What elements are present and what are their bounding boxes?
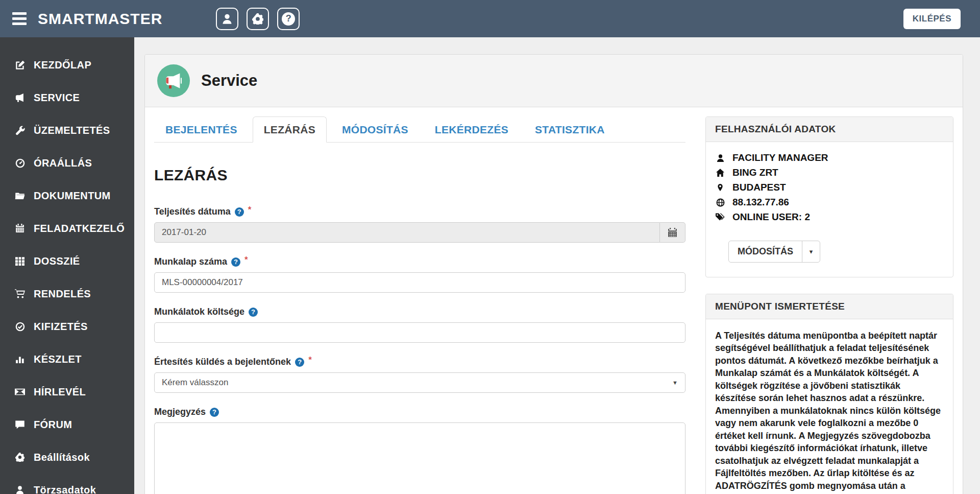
field-work-cost: Munkálatok költsége ? (154, 307, 685, 343)
logout-button[interactable]: KILÉPÉS (903, 9, 961, 29)
service-panel: Service BEJELENTÉS LEZÁRÁS MÓDOSÍTÁS LEK… (144, 54, 963, 494)
worksheet-number-input[interactable] (154, 272, 685, 293)
sidebar-item-beallitasok[interactable]: Beállítások (0, 441, 134, 474)
tab-lekerdezes[interactable]: LEKÉRDEZÉS (424, 116, 520, 143)
folder-icon (13, 191, 27, 201)
megaphone-icon (164, 72, 183, 90)
home-icon (715, 168, 725, 177)
sidebar-item-keszlet[interactable]: KÉSZLET (0, 343, 134, 375)
help-icon[interactable]: ? (235, 207, 244, 217)
field-label: Értesítés küldés a bejelentőnek (154, 357, 291, 367)
help-icon[interactable]: ? (249, 308, 258, 317)
sidebar-item-dosszie[interactable]: DOSSZIÉ (0, 245, 134, 277)
sidebar-item-kezdolap[interactable]: KEZDŐLAP (0, 49, 134, 81)
menu-description-text: A Teljesítés dátuma menüpontba a beépíte… (715, 330, 944, 494)
question-icon: ? (282, 12, 295, 26)
menu-description-panel: MENÜPONT ISMERTETÉSE A Teljesítés dátuma… (705, 294, 953, 494)
check-circle-icon (13, 322, 27, 332)
chevron-down-icon[interactable]: ▾ (802, 241, 820, 262)
navbar-icon-group: ? (216, 8, 300, 30)
calendar-button[interactable] (660, 222, 685, 243)
sidebar-item-hirlevel[interactable]: HÍRLEVÉL (0, 375, 134, 408)
grid-icon (13, 256, 27, 266)
sidebar-item-oraallas[interactable]: ÓRAÁLLÁS (0, 147, 134, 179)
sidebar-nav: KEZDŐLAP SERVICE ÜZEMELTETÉS ÓRAÁLLÁS DO… (0, 37, 134, 494)
tab-modositas[interactable]: MÓDOSÍTÁS (331, 116, 420, 143)
envelope-icon (13, 387, 27, 397)
app-brand: SMARTMASTER (38, 10, 162, 28)
edit-icon (13, 60, 27, 70)
help-icon[interactable]: ? (231, 257, 240, 267)
user-icon (13, 485, 27, 494)
tab-lezaras[interactable]: LEZÁRÁS (253, 116, 327, 143)
user-data-panel: FELHASZNÁLÓI ADATOK FACILITY MANAGER (705, 116, 953, 277)
sidebar-item-kifizetes[interactable]: KIFIZETÉS (0, 310, 134, 343)
top-navbar: SMARTMASTER ? KILÉPÉS (0, 0, 980, 37)
modify-button[interactable]: MÓDOSÍTÁS (729, 241, 802, 262)
page-title: Service (201, 72, 257, 90)
field-label: Teljesítés dátuma (154, 206, 231, 217)
map-marker-icon (715, 183, 725, 192)
required-marker: * (248, 205, 252, 215)
user-icon (715, 154, 725, 162)
user-row-company: BING ZRT (715, 167, 944, 178)
field-completion-date: Teljesítés dátuma ? * (154, 206, 685, 243)
tab-bejelentes[interactable]: BEJELENTÉS (154, 116, 249, 143)
service-avatar (157, 64, 190, 97)
field-notify-reporter: Értesítés küldés a bejelentőnek ? * Kére… (154, 357, 685, 393)
tags-icon (715, 213, 725, 222)
field-worksheet-number: Munkalap száma ? * (154, 256, 685, 293)
globe-icon (715, 198, 725, 207)
main-content: Service BEJELENTÉS LEZÁRÁS MÓDOSÍTÁS LEK… (134, 37, 980, 494)
required-marker: * (308, 355, 312, 365)
field-label: Munkálatok költsége (154, 307, 244, 317)
selected-option: Kérem válasszon (162, 378, 228, 388)
sidebar-item-feladatkezelo[interactable]: FELADATKEZELŐ (0, 212, 134, 245)
service-tabs: BEJELENTÉS LEZÁRÁS MÓDOSÍTÁS LEKÉRDEZÉS … (154, 116, 685, 143)
user-icon (222, 13, 233, 25)
user-row-ip: 88.132.77.86 (715, 197, 944, 208)
calendar-icon (668, 228, 677, 238)
gear-icon (13, 453, 27, 462)
user-row-online: ONLINE USER: 2 (715, 211, 944, 223)
sidebar-item-forum[interactable]: FÓRUM (0, 408, 134, 441)
sidebar-item-uzemeltetes[interactable]: ÜZEMELTETÉS (0, 114, 134, 147)
calendar-icon (13, 224, 27, 233)
profile-button[interactable] (216, 8, 238, 30)
work-cost-input[interactable] (154, 322, 685, 343)
completion-date-input[interactable] (154, 222, 660, 243)
megaphone-icon (13, 92, 27, 103)
comment-textarea[interactable] (154, 422, 685, 494)
cart-icon (13, 289, 27, 299)
field-comment: Megjegyzés ? (154, 407, 685, 494)
gauge-icon (13, 158, 27, 168)
wrench-icon (13, 126, 27, 135)
help-button[interactable]: ? (277, 8, 300, 30)
sidebar-item-dokumentum[interactable]: DOKUMENTUM (0, 179, 134, 212)
help-icon[interactable]: ? (210, 408, 219, 417)
settings-button[interactable] (247, 8, 269, 30)
field-label: Munkalap száma (154, 256, 227, 267)
sidebar-item-rendeles[interactable]: RENDELÉS (0, 277, 134, 310)
form-heading: LEZÁRÁS (154, 167, 685, 184)
tab-statisztika[interactable]: STATISZTIKA (524, 116, 616, 143)
user-row-city: BUDAPEST (715, 182, 944, 193)
bar-chart-icon (13, 355, 27, 364)
chevron-down-icon: ▼ (672, 380, 678, 386)
sidebar-item-torzsadatok[interactable]: Törzsadatok (0, 474, 134, 494)
help-icon[interactable]: ? (295, 358, 304, 367)
user-row-role: FACILITY MANAGER (715, 152, 944, 163)
menu-description-title: MENÜPONT ISMERTETÉSE (706, 294, 953, 319)
comment-icon (13, 419, 27, 430)
hamburger-menu-icon[interactable] (12, 12, 27, 25)
modify-split-button[interactable]: MÓDOSÍTÁS ▾ (728, 241, 820, 263)
notify-select[interactable]: Kérem válasszon ▼ (154, 372, 685, 393)
user-data-panel-title: FELHASZNÁLÓI ADATOK (706, 117, 953, 142)
gear-icon (252, 13, 263, 25)
field-label: Megjegyzés (154, 407, 206, 417)
required-marker: * (244, 255, 248, 265)
sidebar-item-service[interactable]: SERVICE (0, 81, 134, 114)
service-panel-header: Service (145, 55, 963, 107)
